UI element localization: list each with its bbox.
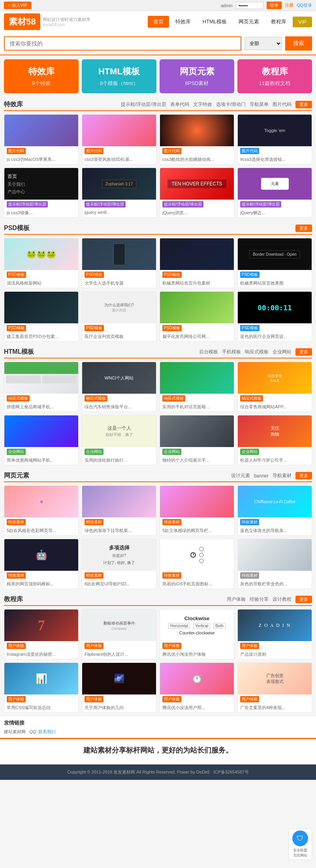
- html-img-1: YMKUZHAN.COM: [4, 362, 78, 394]
- nav-web[interactable]: 网页元素: [233, 16, 265, 28]
- nav-effects[interactable]: 特效库: [170, 16, 196, 28]
- nav-home[interactable]: 首页: [148, 16, 169, 28]
- nav-html[interactable]: HTML模板: [197, 16, 232, 28]
- effect-card-8[interactable]: 元素 提示框/浮动层/弹出层 jQuery侧边...: [237, 168, 312, 218]
- web-card-2[interactable]: 特效素材 绿色的渐渐下拉导航菜...: [82, 485, 156, 536]
- psd-card-1[interactable]: 🐸🐸🐸 PSD模板 清洗风格框架网站: [4, 238, 79, 288]
- bottom-banner-text: 建站素材分享标杆网站，更好的为站长们服务。: [4, 745, 312, 755]
- tutorial-grid: 7 用户体验 Instagram淡度佐的秘密... 翻板移动画面事件Compan…: [4, 609, 312, 713]
- web-card-4[interactable]: Chillhouse Lo-Fi Coffee 特效素材 蓝色立体发光的导航条.…: [237, 485, 312, 536]
- effect-img-6: Zophaniah 3:17: [82, 168, 156, 200]
- psd-section: PSD模板 更多 🐸🐸🐸 PSD模板 清洗风格框架网站 PSD模板 大学生人选手…: [0, 221, 316, 345]
- tab-nav[interactable]: 导航菜单: [250, 101, 269, 108]
- tab-experience[interactable]: 经验分享: [250, 596, 269, 603]
- nav-vip[interactable]: VIP: [293, 17, 312, 27]
- tab-select[interactable]: 选项卡/滑动门: [216, 101, 246, 108]
- tab-text[interactable]: 文字特效: [193, 101, 212, 108]
- tab-tip[interactable]: 提示框/浮动层/弹出层: [121, 101, 166, 108]
- tab-mobile[interactable]: 手机模板: [222, 349, 241, 355]
- psd-card-4[interactable]: Border Download - Open PSD模板 机械类网站宣页效果图: [237, 238, 312, 288]
- psd-card-8[interactable]: 00:00:11 PSD模板 蓝色的医疗企业网页设...: [237, 291, 312, 342]
- tutorial-card-5[interactable]: 📊 用户体验 常用CSS编写前选总结: [4, 662, 79, 713]
- psd-more[interactable]: 更多: [295, 225, 312, 232]
- web-card-8[interactable]: 特效素材 灰色的导航栏带盒色的...: [237, 539, 312, 589]
- web-card-7[interactable]: 特效素材 简易的iOS手机页面图标...: [160, 539, 234, 589]
- hero-tutorial[interactable]: 教程库 11篇教程文档: [237, 59, 312, 93]
- html-card-4[interactable]: 综合零售SALE 响应式模板 综合零售商城网站APP...: [237, 362, 312, 412]
- tab-design-tut[interactable]: 设计教程: [273, 596, 292, 603]
- effect-card-1[interactable]: 图片代码 js css3仿MacOS苹果系...: [4, 114, 79, 164]
- web-card-5[interactable]: 🤖 特效素材 精美的网页顶部码椎标...: [4, 539, 79, 589]
- hero-html-title: HTML模板: [87, 66, 152, 77]
- psd-card-2[interactable]: PSD模板 大学生人选手机专题: [82, 238, 156, 288]
- effect-card-2[interactable]: 图片代码 css3渐变风效动3D杠基...: [82, 114, 156, 164]
- web-img-2: [82, 486, 156, 517]
- html-card-7[interactable]: 企业网站 独特的个人介绍展示手...: [160, 415, 234, 465]
- html-card-3[interactable]: 响应式模板 实用的手机对话页面模...: [160, 362, 234, 412]
- search-category[interactable]: 全部 特效库 HTML模板 网页元素 教程库: [245, 37, 282, 50]
- effect-card-6[interactable]: Zophaniah 3:17 提示框/浮动层/弹出层 jquery win8..…: [82, 168, 156, 218]
- admin-label: admin: [221, 3, 233, 8]
- tab-nav-material[interactable]: 导航素材: [273, 472, 292, 479]
- html-card-6[interactable]: 这是一个人你好不错，换了 企业网站 实用的游轮旅行旅行...: [82, 415, 156, 465]
- add-vip-btn[interactable]: + 加入VIP: [4, 2, 31, 9]
- search-button[interactable]: 搜索: [285, 36, 312, 51]
- html-card-5[interactable]: 企业网站 简单优惠商城网站手机...: [4, 415, 79, 465]
- register-link[interactable]: 注册: [285, 2, 293, 8]
- nav-tutorial[interactable]: 教程库: [265, 16, 292, 28]
- qq-login-link[interactable]: QQ登录: [297, 2, 312, 8]
- tutorial-more[interactable]: 更多: [295, 596, 312, 603]
- effect-card-3[interactable]: 图片代码 css3酷炫的火焰燃烧动画...: [160, 114, 234, 164]
- psd-img-1: 🐸🐸🐸: [4, 238, 78, 270]
- psd-img-7: [160, 292, 234, 323]
- psd-card-6[interactable]: 为什么选择我们?图片内容 PSD模板 医疗企业列览页模板: [82, 291, 156, 342]
- bottom-banner: 建站素材分享标杆网站，更好的为站长们服务。: [0, 738, 316, 764]
- tutorial-card-3[interactable]: Clockwise Horizontal Vertical Both Count…: [160, 609, 234, 659]
- site-logo[interactable]: 素材58: [4, 13, 40, 30]
- tutorial-card-7[interactable]: ⏱️ 用户体验 腾讯优小设淡用户用...: [160, 662, 234, 713]
- html-img-5: [4, 415, 78, 447]
- tutorial-card-6[interactable]: 🌌 用户体验 关于用户体验的几问: [82, 662, 156, 713]
- web-card-6[interactable]: 多项选择 你提好? 计划了, 你好, 换了 特效素材 8款欢网页UI导航PSD.…: [82, 539, 156, 589]
- hero-web[interactable]: 网页元素 8PSD素材: [160, 59, 234, 93]
- effects-grid: 图片代码 js css3仿MacOS苹果系... 图片代码 css3渐变风效动3…: [4, 114, 312, 218]
- web-more[interactable]: 更多: [295, 472, 312, 479]
- tab-enterprise[interactable]: 企业网站: [273, 349, 292, 355]
- web-card-3[interactable]: 特效素材 5款立体感绿的网页导栏...: [160, 485, 234, 536]
- html-card-8[interactable]: 无忧购物 企业网站 机器人AI学习评公司手...: [237, 415, 312, 465]
- tutorial-card-1[interactable]: 7 用户体验 Instagram淡度佐的秘密...: [4, 609, 79, 659]
- tab-responsive[interactable]: 响应式模板: [245, 349, 269, 355]
- tab-banner[interactable]: banner: [254, 473, 269, 479]
- effect-card-7[interactable]: TEN HOVER EFFECTS 提示框/浮动层/弹出层 jQuery浏览..…: [160, 168, 234, 218]
- psd-card-7[interactable]: PSD模板 扁平化发亮网络公司网...: [160, 291, 234, 342]
- psd-card-5[interactable]: PSD模板 建工集面首页PSD分包素...: [4, 291, 79, 342]
- html-header: HTML模板 后台模板 手机模板 响应式模板 企业网站 更多: [4, 348, 312, 359]
- password-input[interactable]: [236, 2, 263, 9]
- psd-card-3[interactable]: PSD模板 机械类网站首页分包素材: [160, 238, 234, 288]
- tutorial-card-4[interactable]: Z O A D I N 用户体验 产品设计原则: [237, 609, 312, 659]
- psd-img-3: [160, 238, 234, 270]
- tutorial-card-8[interactable]: 广告创意表现形式 用户体验 广告文案里的4种表现...: [237, 662, 312, 713]
- tab-backend[interactable]: 后台模板: [199, 349, 218, 355]
- psd-img-4: Border Download - Open: [238, 238, 312, 270]
- psd-title: PSD模板: [4, 224, 30, 232]
- tab-form[interactable]: 表单代码: [170, 101, 189, 108]
- tab-ux[interactable]: 用户体验: [227, 596, 246, 603]
- friend-link-qq[interactable]: 联系我们: [38, 729, 56, 734]
- html-card-1[interactable]: YMKUZHAN.COM 响应式模板 拼团网上食品商城手机...: [4, 362, 79, 412]
- tab-design[interactable]: 设计元素: [231, 472, 250, 479]
- effects-more[interactable]: 更多: [295, 101, 312, 108]
- html-more[interactable]: 更多: [295, 348, 312, 356]
- effect-card-4[interactable]: Toggle 'em 图片代码 #css3选择化弹选按钮...: [237, 114, 312, 164]
- hero-html[interactable]: HTML模板 8个模板（html）: [82, 59, 156, 93]
- tab-img[interactable]: 图片代码: [273, 101, 292, 108]
- hero-effects[interactable]: 特效库 8个特效: [4, 59, 79, 93]
- web-card-1[interactable]: 🌸 特效素材 5款欢风格彩色彩网页导...: [4, 485, 79, 536]
- html-card-2[interactable]: WNCI个人网站 响应式模板 综合汽车销售保险平台...: [82, 362, 156, 412]
- tutorial-card-2[interactable]: 翻板移动画面事件Company 用户体验 Flipboard创的人设计...: [82, 609, 156, 659]
- effects-header: 特效库 提示框/浮动层/弹出层 表单代码 文字特效 选项卡/滑动门 导航菜单 图…: [4, 100, 312, 111]
- hero-effects-title: 特效库: [9, 66, 74, 77]
- search-input[interactable]: [4, 36, 241, 51]
- login-button[interactable]: 登录: [267, 2, 282, 9]
- effect-card-5[interactable]: 首页 关于我们 产品中心 提示框/浮动层/弹出层 js css3镜像...: [4, 168, 79, 218]
